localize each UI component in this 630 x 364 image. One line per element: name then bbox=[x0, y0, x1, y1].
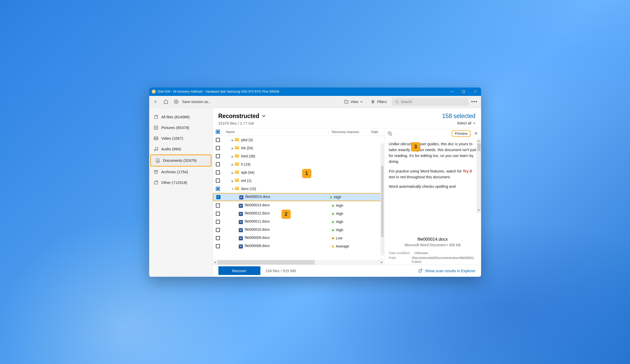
svg-point-11 bbox=[396, 100, 398, 103]
status-dot bbox=[332, 237, 334, 239]
row-checkbox[interactable] bbox=[216, 228, 220, 232]
scroll-up-button[interactable]: ▲ bbox=[477, 139, 481, 143]
home-button[interactable] bbox=[162, 98, 170, 106]
file-list: ▶ plist (3) ▶ lnk (54) ▶ html (36) ▶ h (… bbox=[213, 136, 384, 260]
minimize-button[interactable] bbox=[446, 88, 458, 96]
back-button[interactable] bbox=[152, 98, 160, 106]
row-checkbox[interactable] bbox=[216, 236, 220, 240]
folder-icon bbox=[235, 170, 239, 174]
svg-point-9 bbox=[373, 101, 374, 102]
sidebar-item-documents[interactable]: Documents (31979) bbox=[150, 154, 212, 167]
footer: Recover 158 files / 929 MB Show scan res… bbox=[213, 265, 481, 277]
row-checkbox[interactable] bbox=[216, 170, 220, 174]
sidebar-item-video[interactable]: Video (1067) bbox=[149, 133, 213, 144]
archive-icon bbox=[154, 170, 158, 174]
status-dot bbox=[332, 245, 334, 247]
sidebar-item-other[interactable]: Other (712918) bbox=[149, 177, 213, 188]
folder-row[interactable]: ▶ html (36) bbox=[213, 152, 384, 160]
row-checkbox[interactable] bbox=[216, 154, 220, 158]
status-dot bbox=[332, 221, 334, 223]
row-checkbox[interactable] bbox=[216, 146, 220, 150]
vertical-scrollbar[interactable] bbox=[381, 143, 384, 255]
expand-icon[interactable]: ▶ bbox=[231, 171, 234, 174]
film-icon bbox=[154, 136, 158, 141]
expand-icon[interactable]: ▶ bbox=[231, 139, 234, 142]
scroll-left-button[interactable]: ◀ bbox=[213, 260, 217, 265]
search-input[interactable]: Search bbox=[392, 98, 468, 106]
row-checkbox[interactable] bbox=[216, 244, 220, 248]
column-recovery[interactable]: Recovery chances bbox=[332, 130, 371, 134]
row-checkbox[interactable] bbox=[216, 195, 220, 199]
more-button[interactable]: ••• bbox=[470, 99, 479, 105]
column-name[interactable]: Name⌄ bbox=[223, 130, 332, 134]
expand-icon[interactable]: ▶ bbox=[231, 155, 234, 158]
column-date[interactable]: Date bbox=[371, 130, 384, 134]
save-session-button[interactable]: Save session as... bbox=[182, 100, 211, 104]
path-value: \Reconstructed\Documents\docx\file000014… bbox=[412, 256, 476, 264]
copy-icon[interactable] bbox=[388, 132, 392, 136]
select-all-button[interactable]: Select all bbox=[442, 121, 475, 125]
download-icon[interactable] bbox=[172, 98, 180, 106]
sidebar-item-all-files[interactable]: All files (814086) bbox=[149, 112, 213, 122]
titlebar-text: Disk Drill - All recovery methods - Hard… bbox=[158, 90, 446, 93]
preview-button[interactable]: Preview bbox=[452, 130, 471, 137]
date-modified-value: Unknown bbox=[414, 251, 428, 255]
expand-icon[interactable]: ▶ bbox=[231, 163, 234, 166]
status-dot bbox=[332, 213, 334, 215]
music-icon bbox=[154, 147, 158, 151]
page-title[interactable]: Reconstructed bbox=[218, 113, 265, 120]
chevron-down-icon bbox=[262, 114, 265, 118]
docx-icon bbox=[239, 244, 243, 249]
folder-icon bbox=[235, 162, 239, 166]
row-checkbox[interactable] bbox=[216, 203, 220, 208]
folder-row[interactable]: ▶ plist (3) bbox=[213, 136, 384, 144]
file-row[interactable]: file000008.docxAverage bbox=[213, 242, 384, 250]
recover-button[interactable]: Recover bbox=[218, 266, 260, 275]
expand-icon[interactable]: ▶ bbox=[231, 147, 234, 150]
folder-row[interactable]: ▶ eot (1) bbox=[213, 177, 384, 185]
chevron-down-icon bbox=[473, 122, 475, 124]
row-checkbox[interactable] bbox=[216, 220, 220, 224]
sidebar-item-archives[interactable]: Archives (1754) bbox=[149, 167, 213, 177]
file-row[interactable]: file000009.docxLow bbox=[213, 234, 384, 242]
maximize-button[interactable] bbox=[458, 88, 469, 96]
collapse-icon[interactable]: ▼ bbox=[231, 188, 234, 191]
folder-row[interactable]: ▼ docx (15) bbox=[213, 185, 384, 193]
sidebar-item-pictures[interactable]: Pictures (65378) bbox=[149, 122, 213, 133]
date-modified-label: Date modified: bbox=[389, 251, 414, 255]
row-checkbox[interactable] bbox=[216, 138, 220, 142]
file-row[interactable]: file000014.docxHigh bbox=[213, 193, 383, 201]
sidebar-item-audio[interactable]: Audio (990) bbox=[149, 144, 213, 154]
file-row[interactable]: file000010.docxHigh bbox=[213, 226, 384, 234]
scroll-right-button[interactable]: ▶ bbox=[380, 260, 384, 265]
svg-rect-24 bbox=[154, 170, 158, 171]
footer-summary: 158 files / 929 MB bbox=[265, 269, 296, 273]
file-row[interactable]: file000013.docxHigh bbox=[213, 201, 384, 210]
status-dot bbox=[330, 196, 332, 198]
preview-scrollbar[interactable]: ▲ ▼ bbox=[477, 139, 481, 213]
folder-row[interactable]: ▶ epb (94) bbox=[213, 168, 384, 177]
file-row[interactable]: file000012.docxHigh bbox=[213, 210, 384, 218]
preview-panel: Preview ✕ ▲ ▼ Unlike old-school user gui… bbox=[384, 128, 481, 265]
view-button[interactable]: View bbox=[341, 98, 366, 106]
folder-row[interactable]: ▶ lnk (54) bbox=[213, 144, 384, 152]
app-window: Disk Drill - All recovery methods - Hard… bbox=[149, 88, 481, 277]
expand-icon[interactable]: ▶ bbox=[231, 180, 234, 182]
folder-row[interactable]: ▶ h (19) bbox=[213, 160, 384, 168]
close-button[interactable] bbox=[469, 88, 481, 96]
row-checkbox[interactable] bbox=[216, 162, 220, 166]
folder-icon bbox=[235, 179, 239, 182]
select-all-checkbox[interactable] bbox=[216, 130, 220, 134]
row-checkbox[interactable] bbox=[216, 212, 220, 216]
horizontal-scrollbar[interactable]: ◀ ▶ bbox=[213, 260, 384, 265]
row-checkbox[interactable] bbox=[216, 179, 220, 183]
file-row[interactable]: file000011.docxHigh bbox=[213, 218, 384, 226]
scroll-down-button[interactable]: ▼ bbox=[477, 208, 481, 212]
svg-point-10 bbox=[372, 103, 373, 103]
show-in-explorer-link[interactable]: Show scan results in Explorer bbox=[418, 269, 475, 273]
row-checkbox[interactable] bbox=[216, 187, 220, 191]
search-placeholder: Search bbox=[401, 100, 412, 104]
filters-button[interactable]: Filters bbox=[368, 98, 390, 106]
close-preview-button[interactable]: ✕ bbox=[474, 131, 478, 136]
docx-icon bbox=[239, 220, 243, 224]
